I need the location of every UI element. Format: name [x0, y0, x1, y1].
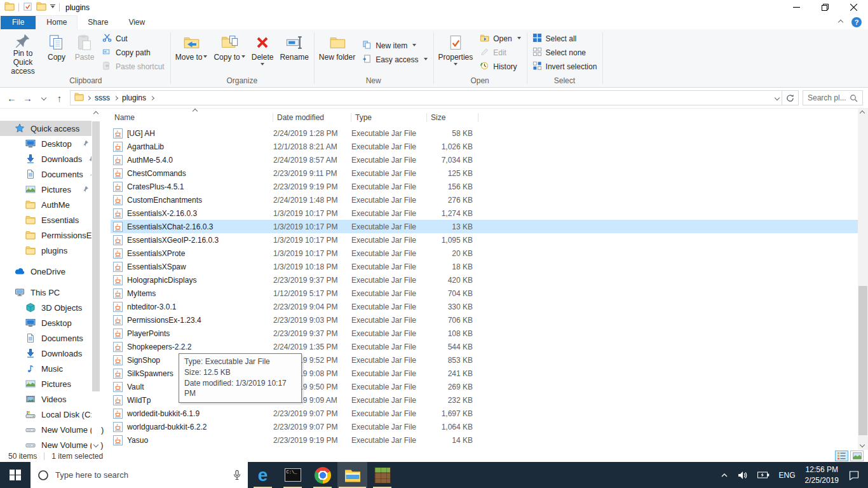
- taskbar-file-explorer-button[interactable]: [337, 462, 367, 488]
- scroll-up-icon[interactable]: [860, 111, 865, 116]
- taskbar-search-input[interactable]: Type here to search: [31, 462, 248, 488]
- copy-to-button[interactable]: Copy to: [210, 30, 248, 76]
- sidebar-item-new-volume-e[interactable]: New Volume (E:): [0, 437, 92, 452]
- volume-icon[interactable]: [738, 471, 748, 480]
- file-row-essentialsx-2-16-0-3[interactable]: EssentialsX-2.16.0.31/3/2019 10:17 PMExe…: [111, 207, 858, 220]
- back-button[interactable]: ←: [4, 90, 20, 105]
- file-row-agarthalib[interactable]: AgarthaLib12/1/2018 8:21 AMExecutable Ja…: [111, 140, 858, 153]
- qat-customize-button[interactable]: [50, 4, 55, 10]
- sidebar-item-documents[interactable]: Documents: [0, 166, 92, 182]
- move-to-button[interactable]: Move to: [172, 30, 211, 76]
- column-header-name[interactable]: Name: [111, 109, 273, 126]
- file-row-authme-5-4-0[interactable]: AuthMe-5.4.02/24/2019 8:57 AMExecutable …: [111, 153, 858, 166]
- sidebar-item-this-pc[interactable]: This PC: [0, 285, 92, 300]
- history-button[interactable]: History: [480, 60, 520, 74]
- close-button[interactable]: [839, 0, 868, 15]
- file-row-ug-ah[interactable]: [UG] AH2/24/2019 1:28 PMExecutable Jar F…: [111, 126, 858, 140]
- easy-access-button[interactable]: Easy access: [362, 53, 427, 67]
- tab-view[interactable]: View: [118, 16, 155, 29]
- forward-button[interactable]: →: [20, 90, 36, 105]
- sidebar-item-3d-objects[interactable]: 3D Objects: [0, 300, 92, 315]
- file-row-holographicdisplays[interactable]: HolographicDisplays2/23/2019 9:37 PMExec…: [111, 273, 858, 287]
- column-header-date-modified[interactable]: Date modified: [273, 109, 351, 126]
- sidebar-item-desktop[interactable]: Desktop: [0, 315, 92, 330]
- details-view-button[interactable]: [835, 451, 848, 461]
- copy-path-button[interactable]: w.. Copy path: [102, 46, 165, 60]
- file-row-worldguard-bukkit-6-2-2[interactable]: worldguard-bukkit-6.2.22/23/2019 9:07 PM…: [111, 420, 858, 433]
- new-item-button[interactable]: New item: [362, 39, 427, 53]
- scrollbar-thumb[interactable]: [92, 121, 100, 391]
- rename-button[interactable]: Rename: [276, 30, 311, 76]
- large-icons-view-button[interactable]: [850, 451, 864, 461]
- file-row-customenchantments[interactable]: CustomEnchantments2/24/2019 1:48 PMExecu…: [111, 193, 858, 207]
- restore-button[interactable]: [811, 0, 839, 15]
- pin-to-quick-access-button[interactable]: Pin to Quick access: [3, 30, 43, 76]
- file-row-shopkeepers-2-2-2[interactable]: Shopkeepers-2.2.22/24/2019 1:35 PMExecut…: [111, 340, 858, 353]
- breadcrumb-ssss[interactable]: ssss: [93, 93, 111, 102]
- action-center-icon[interactable]: [848, 470, 860, 480]
- scroll-down-icon[interactable]: [860, 442, 865, 447]
- sidebar-item-documents[interactable]: Documents: [0, 330, 92, 346]
- column-header-type[interactable]: Type: [351, 109, 427, 126]
- minimize-ribbon-icon[interactable]: [838, 20, 843, 25]
- taskbar-edge-button[interactable]: e: [248, 462, 278, 488]
- sidebar-item-permissionsex[interactable]: PermissionsEx: [0, 227, 92, 243]
- sidebar-item-downloads[interactable]: Downloads: [0, 151, 92, 166]
- scroll-down-icon[interactable]: [92, 440, 100, 450]
- battery-icon[interactable]: [757, 471, 770, 478]
- sidebar-item-new-volume-d[interactable]: New Volume (D:): [0, 422, 92, 437]
- cut-button[interactable]: Cut: [102, 32, 165, 46]
- file-row-essentialsxchat-2-16-0-3[interactable]: EssentialsXChat-2.16.0.31/3/2019 10:17 P…: [111, 220, 858, 233]
- sidebar-item-downloads[interactable]: Downloads: [0, 346, 92, 361]
- sidebar-item-authme[interactable]: AuthMe: [0, 197, 92, 212]
- open-button[interactable]: Open: [480, 32, 520, 46]
- breadcrumb-plugins[interactable]: plugins: [121, 93, 147, 102]
- recent-locations-button[interactable]: [36, 90, 51, 105]
- scrollbar-thumb[interactable]: [858, 286, 867, 435]
- sidebar-scrollbar[interactable]: [92, 109, 100, 450]
- sidebar-item-videos[interactable]: Videos: [0, 391, 92, 407]
- taskbar-chrome-button[interactable]: [308, 462, 337, 488]
- paste-button[interactable]: Paste: [71, 30, 98, 76]
- file-row-playerpoints[interactable]: PlayerPoints2/23/2019 9:37 PMExecutable …: [111, 327, 858, 340]
- up-button[interactable]: ↑: [51, 90, 67, 105]
- help-icon[interactable]: ?: [851, 17, 862, 27]
- tab-share[interactable]: Share: [78, 16, 118, 29]
- file-row-cratesplus-4-5-1[interactable]: CratesPlus-4.5.12/23/2019 9:19 PMExecuta…: [111, 180, 858, 193]
- minimize-button[interactable]: [782, 0, 811, 15]
- taskbar-command-prompt-button[interactable]: C:\_: [278, 462, 308, 488]
- tray-expand-icon[interactable]: [721, 473, 728, 478]
- select-all-button[interactable]: Select all: [532, 32, 597, 46]
- taskbar-minecraft-button[interactable]: [367, 462, 397, 488]
- file-row-worldedit-bukkit-6-1-9[interactable]: worldedit-bukkit-6.1.92/23/2019 9:07 PME…: [111, 407, 858, 420]
- file-row-nbteditor-3-0-1[interactable]: nbteditor-3.0.12/23/2019 9:04 PMExecutab…: [111, 300, 858, 313]
- properties-button[interactable]: Properties: [435, 30, 477, 76]
- clock[interactable]: 12:56 PM 2/25/2019: [805, 464, 839, 485]
- file-row-permissionsex-1-23-4[interactable]: PermissionsEx-1.23.42/23/2019 9:03 PMExe…: [111, 313, 858, 327]
- select-none-button[interactable]: Select none: [532, 46, 597, 60]
- sidebar-item-quick-access[interactable]: Quick access: [0, 121, 92, 136]
- sidebar-item-pictures[interactable]: Pictures: [0, 182, 92, 197]
- sidebar-item-essentials[interactable]: Essentials: [0, 212, 92, 227]
- sidebar-item-pictures[interactable]: Pictures: [0, 376, 92, 391]
- sidebar-item-desktop[interactable]: Desktop: [0, 136, 92, 151]
- qat-properties-button[interactable]: [23, 2, 32, 13]
- file-row-essentialsxgeoip-2-16-0-3[interactable]: EssentialsXGeoIP-2.16.0.31/3/2019 10:17 …: [111, 233, 858, 247]
- address-input[interactable]: ssss plugins: [70, 90, 782, 105]
- language-indicator[interactable]: ENG: [779, 471, 796, 480]
- edit-button[interactable]: Edit: [480, 46, 520, 60]
- search-input[interactable]: Search pl...: [803, 90, 863, 105]
- column-header-size[interactable]: Size: [427, 109, 478, 126]
- file-row-essentialsxspaw[interactable]: EssentialsXSpaw1/3/2019 10:18 PMExecutab…: [111, 260, 858, 273]
- qat-newfolder-button[interactable]: [36, 2, 46, 13]
- sidebar-item-plugins[interactable]: plugins: [0, 243, 92, 258]
- tab-file[interactable]: File: [1, 16, 36, 29]
- new-folder-button[interactable]: New folder: [316, 30, 358, 76]
- file-row-myitems[interactable]: MyItems1/12/2019 5:17 PMExecutable Jar F…: [111, 287, 858, 300]
- sidebar-item-music[interactable]: Music: [0, 361, 92, 376]
- sidebar-item-onedrive[interactable]: OneDrive: [0, 264, 92, 279]
- start-button[interactable]: [0, 462, 31, 488]
- file-row-essentialsxprote[interactable]: EssentialsXProte1/3/2019 10:17 PMExecuta…: [111, 247, 858, 260]
- refresh-button[interactable]: [782, 90, 799, 105]
- address-dropdown-icon[interactable]: [775, 95, 780, 100]
